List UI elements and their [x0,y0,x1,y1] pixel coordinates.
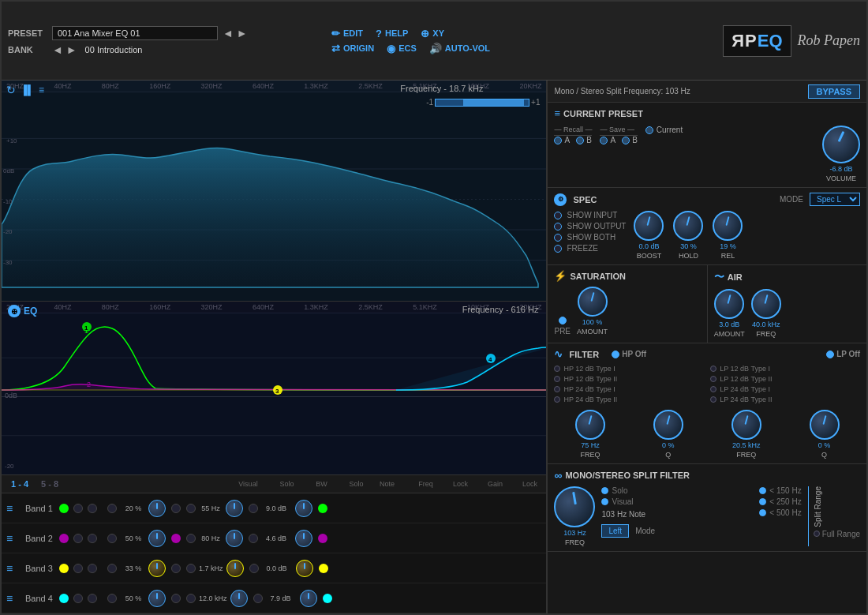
ms-range-500[interactable]: < 500 Hz [759,508,801,517]
preset-nav-arrows[interactable]: ◄ ► [223,27,248,39]
spectrum-icon3[interactable]: ≡ [39,84,44,96]
band3-vis-dot3[interactable] [88,564,97,573]
freeze-option[interactable]: FREEZE [554,244,626,253]
origin-button[interactable]: ⇄ ORIGIN [331,43,374,54]
band2-freq-lock[interactable] [249,534,258,543]
lp-toggle[interactable]: LP Off [826,350,860,358]
lp-24-type2[interactable]: LP 24 dB Type II [710,396,860,403]
band2-vis-dot2[interactable] [73,534,83,543]
band3-vis-dot2[interactable] [73,564,83,573]
band4-gain-lock[interactable] [323,594,332,603]
show-both-option[interactable]: SHOW BOTH [554,233,626,242]
ms-left-btn[interactable]: Left [601,524,629,538]
ms-freq-knob[interactable] [554,486,595,527]
air-amount-knob[interactable] [714,289,744,319]
band3-freq-knob[interactable] [226,560,244,577]
sat-amount-knob[interactable] [578,287,608,317]
help-button[interactable]: ? HELP [376,28,408,39]
band4-vis-dot2[interactable] [73,594,83,603]
bypass-button[interactable]: BYPASS [808,84,860,99]
band2-bw-solo[interactable] [171,534,181,543]
show-output-option[interactable]: SHOW OUTPUT [554,222,626,231]
show-input-option[interactable]: SHOW INPUT [554,211,626,219]
band4-note-dot[interactable] [186,594,196,603]
bands-tab-1-4[interactable]: 1 - 4 [6,478,33,490]
filter-hp-freq-knob[interactable] [575,410,605,440]
band1-solo-dot[interactable] [107,504,117,513]
band2-solo-dot[interactable] [107,534,117,543]
hp-12-type1[interactable]: HP 12 dB Type I [554,365,704,373]
rel-knob[interactable] [713,211,743,241]
band4-vis-dot3[interactable] [88,594,97,603]
band1-color-dot[interactable] [59,504,69,513]
band3-color-dot[interactable] [59,564,69,573]
band1-gain-knob[interactable] [295,500,312,517]
band3-freq-lock[interactable] [249,564,259,573]
band4-solo-dot[interactable] [107,594,117,603]
band4-bw-solo[interactable] [171,594,181,603]
preset-input[interactable] [52,26,218,40]
ms-solo-option[interactable]: Solo [601,486,753,495]
band3-bw-knob[interactable] [148,560,166,577]
band2-gain-knob[interactable] [295,530,312,547]
band2-freq-knob[interactable] [226,530,243,547]
band2-vis-dot3[interactable] [88,534,97,543]
band2-gain-lock[interactable] [318,534,327,543]
bands-tab-5-8[interactable]: 5 - 8 [36,478,63,490]
band1-vis-dot3[interactable] [88,504,97,513]
spectrum-icon1[interactable]: ↻ [6,84,16,96]
edit-button[interactable]: ✏ EDIT [331,28,363,39]
band2-note-dot[interactable] [186,534,196,543]
pre-checkbox[interactable]: PRE [554,317,571,336]
recall-b[interactable]: B [576,136,592,144]
band4-freq-knob[interactable] [230,590,248,607]
band2-color-dot[interactable] [59,534,69,543]
filter-hp-q-knob[interactable] [653,410,683,440]
ecs-button[interactable]: ◉ ECS [387,43,417,54]
band1-freq-knob[interactable] [226,500,243,517]
ms-visual-option[interactable]: Visual [601,497,753,506]
boost-knob[interactable] [634,211,664,241]
hp-24-type1[interactable]: HP 24 dB Type I [554,385,704,393]
band1-bw-solo[interactable] [171,504,181,513]
bank-nav-arrows[interactable]: ◄ ► [52,43,77,56]
band1-freq-lock[interactable] [249,504,258,513]
hp-24-type2[interactable]: HP 24 dB Type II [554,396,704,403]
hold-knob[interactable] [673,211,703,241]
band1-gain-lock[interactable] [318,504,327,513]
recall-a[interactable]: A [554,136,570,144]
hp-toggle[interactable]: HP Off [612,350,646,358]
band4-freq-lock[interactable] [253,594,263,603]
air-freq-knob[interactable] [751,289,781,319]
band-row-4: ≡ Band 4 50 % 12.0 kHz 7.9 dB [2,583,546,613]
current-item[interactable]: Current [645,126,683,134]
spectrum-icon2[interactable]: ▐▌ [21,84,34,96]
band3-gain-knob[interactable] [296,560,313,577]
ms-range-250[interactable]: < 250 Hz [759,497,801,506]
band3-gain-lock[interactable] [319,564,328,573]
xy-button[interactable]: ⊕ XY [421,28,444,39]
save-b[interactable]: B [622,136,638,144]
volume-knob[interactable] [822,126,860,163]
band3-bw-solo[interactable] [171,564,181,573]
lp-12-type2[interactable]: LP 12 dB Type II [710,375,860,383]
band1-bw-knob[interactable] [148,500,166,517]
band1-note-dot[interactable] [186,504,196,513]
band2-bw-knob[interactable] [148,530,166,547]
filter-lp-q-knob[interactable] [810,410,840,440]
filter-lp-freq-knob[interactable] [731,410,761,440]
hp-12-type2[interactable]: HP 12 dB Type II [554,375,704,383]
lp-24-type1[interactable]: LP 24 dB Type I [710,385,860,393]
band3-solo-dot[interactable] [107,564,117,573]
mode-select[interactable]: Spec L Spec R Spec M [810,193,860,206]
band4-gain-knob[interactable] [300,590,317,607]
autovol-button[interactable]: 🔊 AUTO-VOL [429,43,490,54]
full-range-item[interactable]: Full Range [814,530,860,538]
band3-note-dot[interactable] [186,564,196,573]
lp-12-type1[interactable]: LP 12 dB Type I [710,365,860,373]
band1-vis-dot2[interactable] [73,504,83,513]
ms-range-150[interactable]: < 150 Hz [759,486,801,495]
band4-bw-knob[interactable] [148,590,166,607]
save-a[interactable]: A [600,136,615,144]
band4-color-dot[interactable] [59,594,69,603]
